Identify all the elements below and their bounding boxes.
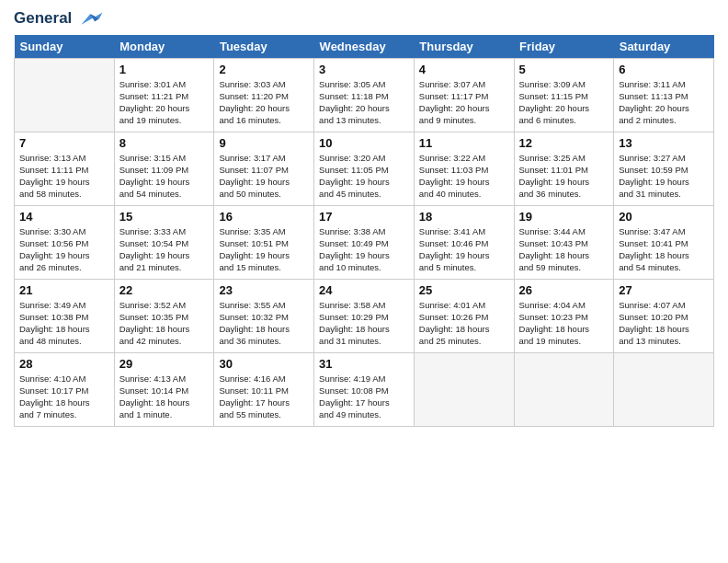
- day-number: 29: [119, 357, 210, 371]
- day-cell: 15Sunrise: 3:33 AMSunset: 10:54 PMDaylig…: [114, 205, 214, 279]
- page-container: General SundayMondayTuesdayWe: [0, 0, 728, 436]
- day-info: Sunrise: 3:44 AMSunset: 10:43 PMDaylight…: [519, 225, 609, 274]
- weekday-header-thursday: Thursday: [414, 35, 514, 59]
- day-number: 2: [219, 63, 309, 76]
- day-cell: 31Sunrise: 4:19 AMSunset: 10:08 PMDaylig…: [314, 352, 415, 426]
- day-info: Sunrise: 3:25 AMSunset: 11:01 PMDaylight…: [519, 152, 609, 201]
- day-number: 12: [519, 136, 609, 150]
- day-info: Sunrise: 4:01 AMSunset: 10:26 PMDaylight…: [419, 299, 509, 348]
- day-number: 5: [519, 63, 609, 76]
- day-info: Sunrise: 3:20 AMSunset: 11:05 PMDaylight…: [319, 152, 409, 201]
- day-number: 4: [419, 63, 509, 76]
- day-info: Sunrise: 3:35 AMSunset: 10:51 PMDaylight…: [219, 225, 309, 274]
- day-cell: 8Sunrise: 3:15 AMSunset: 11:09 PMDayligh…: [114, 132, 214, 205]
- week-row-2: 7Sunrise: 3:13 AMSunset: 11:11 PMDayligh…: [15, 132, 714, 205]
- day-cell: 9Sunrise: 3:17 AMSunset: 11:07 PMDayligh…: [214, 132, 314, 205]
- day-cell: 7Sunrise: 3:13 AMSunset: 11:11 PMDayligh…: [15, 132, 115, 205]
- day-number: 3: [319, 63, 409, 76]
- day-number: 9: [219, 136, 309, 150]
- day-info: Sunrise: 4:10 AMSunset: 10:17 PMDaylight…: [19, 373, 109, 421]
- day-cell: 13Sunrise: 3:27 AMSunset: 10:59 PMDaylig…: [614, 132, 714, 205]
- day-cell: 3Sunrise: 3:05 AMSunset: 11:18 PMDayligh…: [314, 58, 415, 132]
- day-cell: [15, 58, 115, 132]
- day-cell: 21Sunrise: 3:49 AMSunset: 10:38 PMDaylig…: [15, 279, 115, 352]
- day-number: 15: [119, 210, 210, 224]
- logo-line1: General: [14, 9, 103, 28]
- day-info: Sunrise: 3:41 AMSunset: 10:46 PMDaylight…: [419, 225, 509, 274]
- day-cell: 30Sunrise: 4:16 AMSunset: 10:11 PMDaylig…: [214, 352, 314, 426]
- day-info: Sunrise: 3:58 AMSunset: 10:29 PMDaylight…: [319, 299, 409, 348]
- day-number: 1: [119, 63, 210, 76]
- day-number: 27: [619, 283, 709, 297]
- day-number: 28: [19, 357, 109, 371]
- day-info: Sunrise: 4:16 AMSunset: 10:11 PMDaylight…: [219, 373, 309, 421]
- day-info: Sunrise: 3:13 AMSunset: 11:11 PMDaylight…: [19, 152, 109, 201]
- day-info: Sunrise: 3:52 AMSunset: 10:35 PMDaylight…: [119, 299, 210, 348]
- day-cell: 1Sunrise: 3:01 AMSunset: 11:21 PMDayligh…: [114, 58, 214, 132]
- day-number: 20: [619, 210, 709, 224]
- day-cell: 24Sunrise: 3:58 AMSunset: 10:29 PMDaylig…: [314, 279, 415, 352]
- week-row-4: 21Sunrise: 3:49 AMSunset: 10:38 PMDaylig…: [15, 279, 714, 352]
- logo-bird-icon: [79, 11, 103, 28]
- day-number: 13: [619, 136, 709, 150]
- day-info: Sunrise: 3:47 AMSunset: 10:41 PMDaylight…: [619, 225, 709, 274]
- day-info: Sunrise: 3:03 AMSunset: 11:20 PMDaylight…: [219, 78, 309, 127]
- day-number: 10: [319, 136, 409, 150]
- day-cell: 28Sunrise: 4:10 AMSunset: 10:17 PMDaylig…: [15, 352, 115, 426]
- day-info: Sunrise: 3:01 AMSunset: 11:21 PMDaylight…: [119, 78, 210, 127]
- logo: General: [14, 9, 103, 28]
- day-info: Sunrise: 3:17 AMSunset: 11:07 PMDaylight…: [219, 152, 309, 201]
- day-number: 21: [19, 283, 109, 297]
- day-number: 14: [19, 210, 109, 224]
- day-cell: [614, 352, 714, 426]
- day-info: Sunrise: 3:11 AMSunset: 11:13 PMDaylight…: [619, 78, 709, 127]
- day-cell: 4Sunrise: 3:07 AMSunset: 11:17 PMDayligh…: [414, 58, 514, 132]
- day-number: 31: [319, 357, 409, 371]
- day-number: 17: [319, 210, 409, 224]
- day-number: 19: [519, 210, 609, 224]
- day-cell: 16Sunrise: 3:35 AMSunset: 10:51 PMDaylig…: [214, 205, 314, 279]
- day-cell: [514, 352, 614, 426]
- day-number: 18: [419, 210, 509, 224]
- day-cell: 29Sunrise: 4:13 AMSunset: 10:14 PMDaylig…: [114, 352, 214, 426]
- day-cell: 23Sunrise: 3:55 AMSunset: 10:32 PMDaylig…: [214, 279, 314, 352]
- day-info: Sunrise: 4:04 AMSunset: 10:23 PMDaylight…: [519, 299, 609, 348]
- day-cell: 25Sunrise: 4:01 AMSunset: 10:26 PMDaylig…: [414, 279, 514, 352]
- day-cell: 27Sunrise: 4:07 AMSunset: 10:20 PMDaylig…: [614, 279, 714, 352]
- calendar-table: SundayMondayTuesdayWednesdayThursdayFrid…: [14, 35, 714, 427]
- day-cell: 18Sunrise: 3:41 AMSunset: 10:46 PMDaylig…: [414, 205, 514, 279]
- day-info: Sunrise: 3:09 AMSunset: 11:15 PMDaylight…: [519, 78, 609, 127]
- day-cell: 20Sunrise: 3:47 AMSunset: 10:41 PMDaylig…: [614, 205, 714, 279]
- day-info: Sunrise: 3:38 AMSunset: 10:49 PMDaylight…: [319, 225, 409, 274]
- header: General: [14, 9, 714, 28]
- day-info: Sunrise: 3:33 AMSunset: 10:54 PMDaylight…: [119, 225, 210, 274]
- weekday-header-row: SundayMondayTuesdayWednesdayThursdayFrid…: [15, 35, 714, 59]
- day-cell: 12Sunrise: 3:25 AMSunset: 11:01 PMDaylig…: [514, 132, 614, 205]
- day-info: Sunrise: 3:55 AMSunset: 10:32 PMDaylight…: [219, 299, 309, 348]
- weekday-header-friday: Friday: [514, 35, 614, 59]
- day-number: 23: [219, 283, 309, 297]
- day-number: 22: [119, 283, 210, 297]
- day-cell: 2Sunrise: 3:03 AMSunset: 11:20 PMDayligh…: [214, 58, 314, 132]
- week-row-3: 14Sunrise: 3:30 AMSunset: 10:56 PMDaylig…: [15, 205, 714, 279]
- day-cell: [414, 352, 514, 426]
- day-cell: 14Sunrise: 3:30 AMSunset: 10:56 PMDaylig…: [15, 205, 115, 279]
- day-info: Sunrise: 4:13 AMSunset: 10:14 PMDaylight…: [119, 373, 210, 421]
- day-info: Sunrise: 3:05 AMSunset: 11:18 PMDaylight…: [319, 78, 409, 127]
- weekday-header-saturday: Saturday: [614, 35, 714, 59]
- day-info: Sunrise: 3:49 AMSunset: 10:38 PMDaylight…: [19, 299, 109, 348]
- day-number: 8: [119, 136, 210, 150]
- day-number: 25: [419, 283, 509, 297]
- day-info: Sunrise: 3:30 AMSunset: 10:56 PMDaylight…: [19, 225, 109, 274]
- weekday-header-sunday: Sunday: [15, 35, 115, 59]
- week-row-1: 1Sunrise: 3:01 AMSunset: 11:21 PMDayligh…: [15, 58, 714, 132]
- day-info: Sunrise: 3:15 AMSunset: 11:09 PMDaylight…: [119, 152, 210, 201]
- day-cell: 22Sunrise: 3:52 AMSunset: 10:35 PMDaylig…: [114, 279, 214, 352]
- day-number: 7: [19, 136, 109, 150]
- day-info: Sunrise: 4:19 AMSunset: 10:08 PMDaylight…: [319, 373, 409, 421]
- day-info: Sunrise: 3:27 AMSunset: 10:59 PMDaylight…: [619, 152, 709, 201]
- day-cell: 5Sunrise: 3:09 AMSunset: 11:15 PMDayligh…: [514, 58, 614, 132]
- week-row-5: 28Sunrise: 4:10 AMSunset: 10:17 PMDaylig…: [15, 352, 714, 426]
- day-info: Sunrise: 3:07 AMSunset: 11:17 PMDaylight…: [419, 78, 509, 127]
- day-number: 11: [419, 136, 509, 150]
